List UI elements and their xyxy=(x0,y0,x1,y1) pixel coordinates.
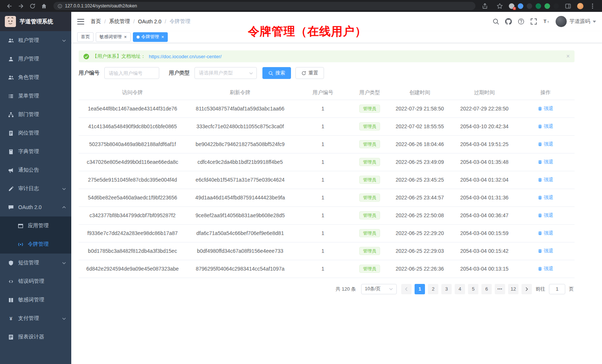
sidebar-item-user[interactable]: 用户管理 xyxy=(0,50,71,68)
app-logo[interactable]: 芋道管理系统 xyxy=(0,12,71,31)
browser-profile-avatar[interactable] xyxy=(577,3,583,9)
extension-green-icon[interactable] xyxy=(544,3,550,9)
extension-dark-green-icon[interactable] xyxy=(536,3,541,9)
sidebar-item-pay[interactable]: ¥支付管理 xyxy=(0,309,71,328)
expire-time-cell: 2054-03-04 00:15:59 xyxy=(452,224,517,242)
breadcrumb-item[interactable]: OAuth 2.0 xyxy=(138,19,161,24)
tab-home[interactable]: 首页 xyxy=(77,32,94,42)
extension-grid-icon[interactable]: 0 xyxy=(509,3,514,9)
fullscreen-icon[interactable] xyxy=(530,18,537,25)
page-button-2[interactable]: 2 xyxy=(428,284,438,294)
tab-close-icon[interactable]: × xyxy=(124,34,127,39)
page-button-5[interactable]: 5 xyxy=(468,284,478,294)
access-token-cell: 1ea5e44f8bc1467aaede43144f31de76 xyxy=(79,100,186,118)
user-icon xyxy=(8,56,14,62)
reset-button[interactable]: 重置 xyxy=(295,67,324,79)
delete-icon xyxy=(538,142,542,146)
share-icon[interactable] xyxy=(482,3,488,9)
sidebar-item-notice[interactable]: 通知公告 xyxy=(0,161,71,179)
expire-time-cell: 2054-03-04 19:51:25 xyxy=(452,135,517,153)
delete-icon xyxy=(538,231,542,235)
browser-back-icon[interactable] xyxy=(6,3,13,9)
search-button[interactable]: 搜索 xyxy=(262,67,291,79)
breadcrumb: 首页/系统管理/OAuth 2.0/令牌管理 xyxy=(91,18,190,25)
bookmark-star-icon[interactable] xyxy=(497,3,503,9)
created-time-cell: 2022-06-26 18:04:46 xyxy=(387,135,452,153)
sidebar-item-menu[interactable]: 菜单管理 xyxy=(0,87,71,105)
browser-refresh-icon[interactable] xyxy=(29,3,36,9)
sidebar-toggle-icon[interactable] xyxy=(77,19,84,24)
chevron-down-icon xyxy=(389,287,393,291)
force-logout-button[interactable]: 强退 xyxy=(538,194,553,201)
force-logout-button[interactable]: 强退 xyxy=(538,212,553,219)
sidebar-item-label: 菜单管理 xyxy=(18,93,39,99)
extension-blue-icon[interactable] xyxy=(518,3,523,9)
site-info-icon[interactable] xyxy=(58,4,62,9)
search-icon[interactable] xyxy=(493,18,499,25)
force-logout-button[interactable]: 强退 xyxy=(538,141,553,148)
tab-token[interactable]: 令牌管理× xyxy=(133,32,168,42)
user-type-cell: 管理员 xyxy=(352,153,387,171)
sidebar-item-post[interactable]: 岗位管理 xyxy=(0,124,71,142)
sidebar-item-audit-log[interactable]: 审计日志 xyxy=(0,179,71,198)
next-page-button[interactable] xyxy=(521,284,532,294)
force-logout-button[interactable]: 强退 xyxy=(538,105,553,112)
font-size-icon[interactable]: TT xyxy=(543,18,550,25)
chevron-down-icon xyxy=(593,20,596,23)
force-logout-button[interactable]: 强退 xyxy=(538,265,553,272)
token-table: 访问令牌刷新令牌用户编号用户类型创建时间过期时间操作 1ea5e44f8bc14… xyxy=(79,86,575,278)
sidebar-item-oauth2[interactable]: OAuth 2.0 xyxy=(0,198,71,216)
force-logout-button[interactable]: 强退 xyxy=(538,230,553,236)
alert-close-icon[interactable]: × xyxy=(566,53,570,59)
page-size-select[interactable]: 10条/页 xyxy=(361,284,397,294)
browser-home-icon[interactable] xyxy=(41,3,47,9)
sidebar-item-label: 部门管理 xyxy=(18,111,39,118)
force-logout-button[interactable]: 强退 xyxy=(538,159,553,165)
table-row: c347026e805e4d99b0d116eae66eda8ccdfc4ce9… xyxy=(79,153,575,171)
help-icon[interactable] xyxy=(518,18,524,25)
user-type-select[interactable]: 请选择用户类型 xyxy=(194,67,257,79)
sidebar-item-dict[interactable]: 字典管理 xyxy=(0,142,71,161)
expire-time-cell: 2054-03-04 01:32:04 xyxy=(452,171,517,189)
tab-close-icon[interactable]: × xyxy=(161,34,164,39)
page-button-1[interactable]: 1 xyxy=(415,284,425,294)
page-button-4[interactable]: 4 xyxy=(455,284,465,294)
browser-menu-icon[interactable] xyxy=(589,3,596,9)
window-icon xyxy=(18,223,23,229)
extension-dark-icon[interactable] xyxy=(527,3,532,9)
browser-forward-icon[interactable] xyxy=(18,3,24,9)
force-logout-button[interactable]: 强退 xyxy=(538,123,553,130)
address-bar[interactable]: 127.0.0.1:1024/system/oauth2/token xyxy=(53,2,475,10)
sidebar-item-tenant[interactable]: 租户管理 xyxy=(0,31,71,50)
force-logout-button[interactable]: 强退 xyxy=(538,248,553,254)
sidebar-item-report-designer[interactable]: 报表设计器 xyxy=(0,328,71,346)
page-ellipsis[interactable]: ••• xyxy=(495,284,505,294)
user-menu[interactable]: 芋道源码 xyxy=(556,16,596,27)
sidebar-item-sensitive-word[interactable]: 敏感词管理 xyxy=(0,291,71,309)
sidebar-item-oauth2-app[interactable]: 应用管理 xyxy=(0,216,71,235)
goto-page-input[interactable] xyxy=(549,284,565,294)
sidebar-item-oauth2-token[interactable]: 令牌管理 xyxy=(0,235,71,254)
user-id-cell: 1 xyxy=(294,153,352,171)
tab-sensitive-word[interactable]: 敏感词管理× xyxy=(96,32,131,42)
breadcrumb-item[interactable]: 首页 xyxy=(91,18,101,25)
force-logout-button[interactable]: 强退 xyxy=(538,176,553,183)
extension-black-icon[interactable] xyxy=(553,3,559,9)
doc-link[interactable]: https://doc.iocoder.cn/user-center/ xyxy=(149,54,222,59)
sidebar-item-sms[interactable]: 短信管理 xyxy=(0,254,71,272)
breadcrumb-item[interactable]: 系统管理 xyxy=(109,18,130,25)
pagination: 共 120 条 10条/页 123456•••12 前往 页 xyxy=(79,284,575,294)
side-panel-icon[interactable] xyxy=(565,3,571,9)
sidebar-item-role[interactable]: 角色管理 xyxy=(0,68,71,87)
user-id-input[interactable] xyxy=(104,67,159,79)
page-button-3[interactable]: 3 xyxy=(441,284,452,294)
annotation-overlay: 令牌管理（在线用户） xyxy=(248,24,367,39)
delete-icon xyxy=(538,249,542,253)
table-row: 54d6be82ee5a460a9aedc1f9bf22365649d1aa46… xyxy=(79,189,575,206)
github-icon[interactable] xyxy=(505,18,512,25)
sidebar-item-error-code[interactable]: 错误码管理 xyxy=(0,272,71,291)
prev-page-button[interactable] xyxy=(401,284,412,294)
page-button-12[interactable]: 12 xyxy=(508,284,518,294)
sidebar-item-dept[interactable]: 部门管理 xyxy=(0,105,71,124)
page-button-6[interactable]: 6 xyxy=(481,284,492,294)
